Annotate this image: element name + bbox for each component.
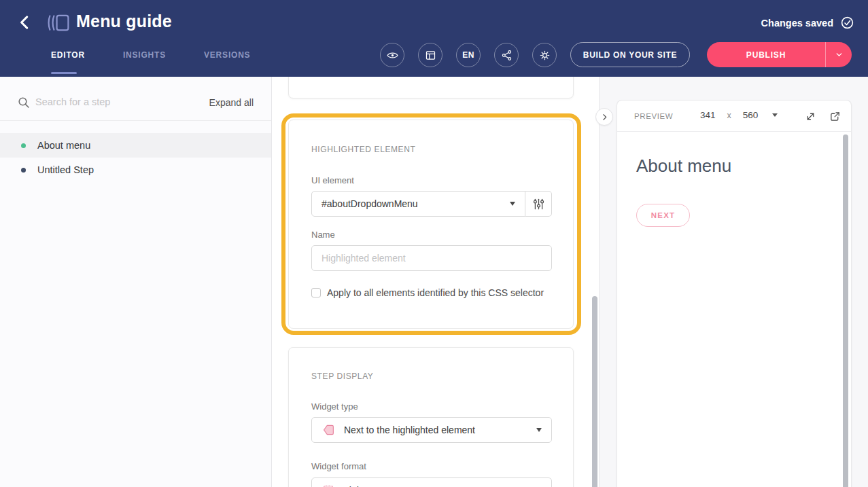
- name-input[interactable]: [311, 245, 552, 271]
- ui-element-label: UI element: [311, 175, 354, 185]
- widget-type-select-group: Next to the highlighted element: [311, 417, 552, 443]
- app-header: Menu guide Changes saved EDITOR INSIGHTS…: [0, 0, 868, 77]
- highlighted-element-card: HIGHLIGHTED ELEMENT UI element #aboutDro…: [288, 120, 574, 329]
- caret-down-icon: [772, 113, 778, 117]
- widget-type-value: Next to the highlighted element: [344, 425, 475, 435]
- ui-element-value: #aboutDropdownMenu: [322, 198, 418, 209]
- layout-icon: [425, 50, 436, 61]
- language-label: EN: [462, 50, 474, 60]
- widget-type-select[interactable]: Next to the highlighted element: [311, 417, 552, 443]
- widget-format-select[interactable]: Light: [311, 477, 552, 487]
- ui-element-select-group: #aboutDropdownMenu: [311, 191, 552, 217]
- settings-button[interactable]: [532, 43, 557, 67]
- sidebar-step-about-menu[interactable]: About menu: [0, 133, 271, 158]
- preview-size-select[interactable]: 341 x 560: [700, 110, 778, 120]
- preview-step-title: About menu: [636, 156, 731, 177]
- card-above-partial: [288, 77, 574, 98]
- preview-panel: PREVIEW 341 x 560 About menu NEXT: [617, 100, 852, 487]
- expand-all-link[interactable]: Expand all: [209, 97, 254, 108]
- share-icon: [501, 50, 513, 61]
- language-button[interactable]: EN: [456, 43, 481, 67]
- publish-button-label[interactable]: PUBLISH: [707, 42, 825, 67]
- tab-insights[interactable]: INSIGHTS: [123, 50, 166, 65]
- preview-eye-button[interactable]: [380, 43, 404, 67]
- step-status-dot: [21, 143, 26, 148]
- share-button[interactable]: [494, 43, 519, 67]
- checkbox-unchecked-icon[interactable]: [311, 288, 321, 297]
- search-step-input[interactable]: [35, 96, 192, 107]
- step-status-dot: [21, 168, 26, 173]
- step-editor-panel: HIGHLIGHTED ELEMENT UI element #aboutDro…: [272, 77, 599, 487]
- header-tabs: EDITOR INSIGHTS VERSIONS: [51, 50, 250, 65]
- publish-dropdown-toggle[interactable]: [825, 42, 852, 67]
- tab-editor[interactable]: EDITOR: [51, 50, 85, 65]
- widget-format-select-group: Light: [311, 477, 552, 487]
- chevron-right-icon: [600, 113, 609, 122]
- preview-scrollbar[interactable]: [843, 134, 848, 487]
- save-status-text: Changes saved: [761, 18, 833, 29]
- section-title: HIGHLIGHTED ELEMENT: [311, 145, 415, 154]
- preview-header: PREVIEW 341 x 560: [617, 101, 851, 132]
- preview-title: PREVIEW: [634, 112, 673, 120]
- chevron-down-icon: [835, 50, 844, 59]
- expand-icon: [805, 111, 816, 122]
- name-label: Name: [311, 230, 335, 240]
- back-icon[interactable]: [16, 14, 34, 31]
- tooltip-left-icon: [322, 423, 335, 437]
- external-link-icon: [829, 111, 841, 122]
- fullscreen-preview-button[interactable]: [805, 111, 816, 122]
- widget-format-label: Widget format: [311, 461, 366, 471]
- ui-element-select[interactable]: #aboutDropdownMenu: [311, 191, 525, 217]
- check-circle-icon: [840, 16, 854, 30]
- section-title: STEP DISPLAY: [311, 372, 373, 381]
- caret-down-icon: [536, 428, 542, 432]
- editor-scrollbar[interactable]: [592, 296, 597, 487]
- element-settings-button[interactable]: [525, 191, 552, 217]
- apply-all-checkbox-label: Apply to all elements identified by this…: [327, 287, 544, 298]
- header-icon-buttons: EN: [380, 43, 557, 67]
- sliders-icon: [533, 198, 544, 210]
- gear-icon: [539, 50, 551, 61]
- steps-sidebar: Expand all About menu Untitled Step: [0, 77, 272, 487]
- sidebar-divider: [0, 120, 271, 121]
- collapse-preview-button[interactable]: [595, 108, 613, 126]
- guide-logo-icon: [46, 12, 71, 34]
- next-button[interactable]: NEXT: [636, 204, 690, 227]
- apply-all-checkbox-row[interactable]: Apply to all elements identified by this…: [311, 287, 544, 298]
- publish-button[interactable]: PUBLISH: [707, 42, 852, 67]
- page-title: Menu guide: [76, 12, 172, 31]
- preview-height-value: 560: [743, 110, 759, 120]
- preview-size-separator: x: [727, 111, 731, 120]
- save-status: Changes saved: [761, 16, 854, 30]
- step-display-card: STEP DISPLAY Widget type Next to the hig…: [288, 347, 574, 487]
- preview-width-value: 341: [700, 110, 716, 120]
- open-in-new-window-button[interactable]: [829, 111, 841, 122]
- eye-icon: [387, 50, 398, 61]
- step-label: Untitled Step: [37, 164, 94, 175]
- build-on-your-site-button[interactable]: BUILD ON YOUR SITE: [570, 42, 690, 67]
- sidebar-step-untitled[interactable]: Untitled Step: [0, 158, 271, 182]
- search-icon: [18, 96, 30, 109]
- preview-region: PREVIEW 341 x 560 About menu NEXT: [599, 77, 868, 487]
- widget-type-label: Widget type: [311, 401, 358, 412]
- step-label: About menu: [37, 140, 90, 151]
- tab-versions[interactable]: VERSIONS: [204, 50, 250, 65]
- caret-down-icon: [510, 202, 515, 206]
- layout-button[interactable]: [418, 43, 442, 67]
- widget-format-icon: [322, 484, 335, 487]
